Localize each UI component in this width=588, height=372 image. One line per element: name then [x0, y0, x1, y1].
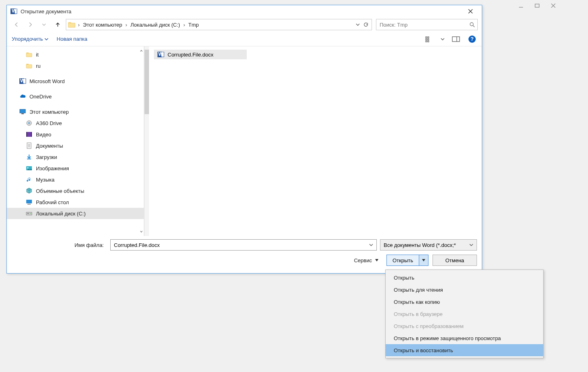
- tree-item-label: Рабочий стол: [36, 199, 69, 205]
- docs-icon: [25, 142, 33, 149]
- filename-label: Имя файла:: [12, 242, 107, 248]
- svg-marker-51: [422, 259, 425, 261]
- chevron-down-icon[interactable]: [369, 243, 373, 247]
- dropdown-item[interactable]: Открыть: [386, 272, 543, 284]
- minimize-icon: [519, 3, 523, 8]
- tree-item-docs[interactable]: Документы: [7, 140, 144, 151]
- svg-rect-19: [452, 37, 460, 42]
- folder-tree: itruWMicrosoft WordOneDriveЭтот компьюте…: [7, 46, 144, 219]
- tree-item-label: Видео: [36, 132, 51, 138]
- tree-item-a360[interactable]: A360 Drive: [7, 117, 144, 129]
- dropdown-item[interactable]: Открыть и восстановить: [386, 344, 543, 356]
- svg-text:W: W: [12, 8, 17, 14]
- dialog-title: Открытие документа: [21, 8, 462, 15]
- parent-window-caption: [519, 3, 556, 8]
- tools-menu[interactable]: Сервис: [354, 257, 378, 263]
- view-mode-button[interactable]: [424, 34, 434, 44]
- tree-item-folder[interactable]: it: [7, 49, 144, 60]
- close-button[interactable]: [462, 6, 479, 17]
- tree-item-label: it: [36, 52, 39, 58]
- tree-item-video[interactable]: Видео: [7, 129, 144, 140]
- splitter[interactable]: [144, 46, 149, 236]
- svg-rect-10: [68, 23, 75, 27]
- filename-combobox[interactable]: [110, 239, 377, 251]
- maximize-icon: [535, 3, 540, 8]
- file-list[interactable]: W Corrupted.File.docx: [149, 46, 482, 236]
- word-icon: W: [19, 77, 26, 85]
- dropdown-item: Открыть в браузере: [386, 308, 543, 320]
- forward-button[interactable]: [25, 19, 36, 30]
- open-mode-dropdown: ОткрытьОткрыть для чтенияОткрыть как коп…: [385, 270, 544, 358]
- dialog-body: itruWMicrosoft WordOneDriveЭтот компьюте…: [7, 46, 482, 236]
- onedrive-icon: [19, 93, 26, 100]
- help-button[interactable]: ?: [467, 34, 477, 44]
- svg-rect-29: [21, 113, 24, 114]
- breadcrumb-item[interactable]: Локальный диск (C:): [129, 22, 182, 28]
- svg-point-11: [470, 23, 473, 26]
- organize-menu[interactable]: Упорядочить: [12, 36, 48, 42]
- search-box[interactable]: [376, 19, 478, 30]
- word-file-icon: W: [157, 51, 164, 58]
- recent-locations-button[interactable]: [38, 19, 50, 30]
- folder-icon: [25, 62, 33, 69]
- arrow-right-icon: [27, 21, 34, 28]
- tree-item-onedrive[interactable]: OneDrive: [7, 91, 144, 102]
- svg-rect-16: [428, 37, 429, 38]
- svg-rect-18: [428, 41, 429, 42]
- chevron-down-icon[interactable]: [441, 37, 445, 41]
- a360-icon: [25, 119, 33, 127]
- tree-item-thispc[interactable]: Этот компьютер: [7, 106, 144, 117]
- tree-item-label: Этот компьютер: [29, 109, 69, 115]
- filename-input[interactable]: [114, 242, 369, 248]
- preview-pane-button[interactable]: [451, 34, 461, 44]
- file-name: Corrupted.File.docx: [168, 52, 213, 58]
- breadcrumb-item[interactable]: Этот компьютер: [81, 22, 124, 28]
- back-button[interactable]: [11, 19, 22, 30]
- svg-rect-32: [26, 132, 32, 137]
- thispc-icon: [19, 108, 26, 115]
- tree-item-music[interactable]: Музыка: [7, 174, 144, 185]
- up-button[interactable]: [52, 19, 63, 30]
- tree-item-label: ru: [36, 63, 41, 69]
- dialog-footer: Имя файла: Все документы Word (*.docx;* …: [7, 236, 482, 273]
- breadcrumb-item[interactable]: Tmp: [187, 22, 200, 28]
- tree-item-label: A360 Drive: [36, 120, 62, 126]
- arrow-left-icon: [13, 21, 20, 28]
- file-item[interactable]: W Corrupted.File.docx: [154, 50, 247, 59]
- tree-item-word[interactable]: WMicrosoft Word: [7, 75, 144, 87]
- desktop-icon: [25, 199, 33, 206]
- tree-item-disk[interactable]: Локальный диск (C:): [7, 208, 144, 219]
- dropdown-item[interactable]: Открыть как копию: [386, 296, 543, 308]
- open-split-button[interactable]: Открыть: [386, 255, 428, 266]
- search-input[interactable]: [376, 22, 467, 28]
- dropdown-item[interactable]: Открыть в режиме защищенного просмотра: [386, 332, 543, 344]
- svg-text:W: W: [158, 51, 164, 57]
- chevron-down-icon: [469, 243, 473, 247]
- svg-point-31: [28, 122, 30, 124]
- open-button[interactable]: Открыть: [387, 255, 419, 265]
- new-folder-button[interactable]: Новая папка: [57, 36, 87, 42]
- tree-item-3d[interactable]: Объемные объекты: [7, 185, 144, 196]
- svg-rect-24: [26, 65, 32, 68]
- open-dropdown-arrow[interactable]: [419, 255, 428, 265]
- tree-item-desktop[interactable]: Рабочий стол: [7, 196, 144, 208]
- refresh-button[interactable]: [360, 22, 372, 27]
- tree-item-pictures[interactable]: Изображения: [7, 163, 144, 174]
- scroll-down-icon[interactable]: [140, 230, 143, 234]
- chevron-down-icon[interactable]: [355, 22, 360, 27]
- tree-item-label: Музыка: [36, 177, 55, 183]
- breadcrumb-sep: ›: [182, 22, 187, 28]
- breadcrumb[interactable]: › Этот компьютер › Локальный диск (C:) ›…: [66, 19, 372, 30]
- filetype-dropdown[interactable]: Все документы Word (*.docx;*: [380, 239, 477, 251]
- chevron-down-icon: [44, 37, 48, 41]
- tree-item-downloads[interactable]: Загрузки: [7, 151, 144, 163]
- cancel-button[interactable]: Отмена: [433, 255, 477, 266]
- refresh-icon: [363, 22, 368, 27]
- dropdown-item[interactable]: Открыть для чтения: [386, 284, 543, 296]
- folder-icon: [67, 20, 76, 29]
- tree-item-folder[interactable]: ru: [7, 60, 144, 71]
- scroll-up-icon[interactable]: [140, 49, 143, 53]
- svg-text:W: W: [20, 77, 25, 84]
- svg-rect-22: [26, 53, 32, 57]
- svg-rect-42: [26, 200, 32, 203]
